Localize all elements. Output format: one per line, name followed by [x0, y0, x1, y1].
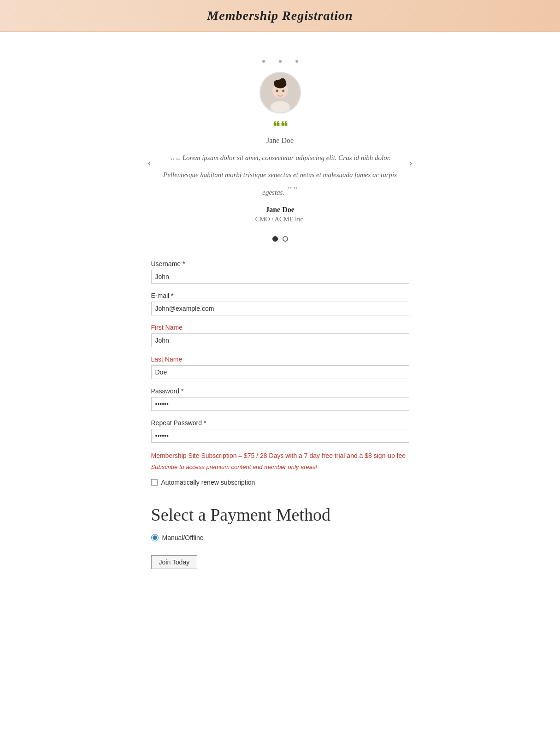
testimonial-author: Jane Doe	[160, 206, 400, 214]
close-quote-mark: ””	[286, 184, 297, 196]
page-header: Membership Registration	[0, 0, 560, 32]
repeat-password-group: Repeat Password *	[151, 419, 409, 443]
repeat-password-input[interactable]	[151, 429, 409, 443]
dot-2	[279, 60, 282, 63]
username-input[interactable]	[151, 270, 409, 284]
username-label: Username *	[151, 260, 409, 267]
testimonial-body: ““Lorem ipsum dolor sit amet, consectetu…	[160, 152, 400, 223]
pagination-dot-2[interactable]	[283, 236, 288, 242]
next-arrow[interactable]: ›	[400, 157, 422, 169]
dot-1	[262, 60, 265, 63]
lastname-group: Last Name	[151, 356, 409, 379]
decorative-dots	[119, 60, 442, 63]
page-title: Membership Registration	[0, 8, 560, 23]
repeat-password-label: Repeat Password *	[151, 419, 409, 427]
dot-3	[295, 60, 298, 63]
registration-form: Username * E-mail * First Name Last Name…	[142, 260, 419, 597]
membership-description: Membership Site Subscription – $75 / 28 …	[151, 451, 409, 461]
prev-arrow[interactable]: ‹	[138, 157, 160, 169]
auto-renew-checkbox[interactable]	[151, 479, 158, 486]
decorative-quote-icon: ❝❝	[119, 119, 442, 134]
membership-subtitle: Subscribe to access premium content and …	[151, 463, 409, 470]
payment-heading: Select a Payment Method	[151, 505, 409, 525]
email-input[interactable]	[151, 302, 409, 315]
lastname-input[interactable]	[151, 365, 409, 379]
firstname-input[interactable]	[151, 333, 409, 347]
testimonial-section: ❝❝ Jane Doe ‹ ““Lorem ipsum dolor sit am…	[119, 60, 442, 242]
email-label: E-mail *	[151, 292, 409, 299]
svg-point-7	[276, 89, 278, 92]
payment-option-row: Manual/Offline	[151, 534, 409, 541]
payment-radio-manual[interactable]	[151, 534, 159, 541]
avatar	[259, 72, 301, 113]
open-quote-mark: ““	[169, 155, 180, 166]
firstname-label: First Name	[151, 324, 409, 331]
auto-renew-label: Automatically renew subscription	[161, 479, 255, 486]
testimonial-name-display: Jane Doe	[119, 137, 442, 145]
svg-point-8	[282, 89, 284, 92]
testimonial-text: ““Lorem ipsum dolor sit amet, consectetu…	[160, 152, 400, 198]
testimonial-role: CMO / ACME Inc.	[160, 216, 400, 223]
submit-button[interactable]: Join Today	[151, 555, 198, 569]
testimonial-nav: ‹ ““Lorem ipsum dolor sit amet, consecte…	[119, 152, 442, 223]
password-group: Password *	[151, 387, 409, 411]
svg-point-1	[270, 101, 289, 113]
auto-renew-row: Automatically renew subscription	[151, 479, 409, 486]
pagination-dots	[119, 236, 442, 242]
firstname-group: First Name	[151, 324, 409, 347]
svg-point-6	[279, 78, 285, 84]
testimonial-quote-text: Lorem ipsum dolor sit amet, consectetur …	[163, 154, 397, 196]
lastname-label: Last Name	[151, 356, 409, 363]
email-group: E-mail *	[151, 292, 409, 315]
payment-radio-label: Manual/Offline	[162, 534, 204, 541]
username-group: Username *	[151, 260, 409, 284]
pagination-dot-1[interactable]	[272, 236, 278, 242]
password-input[interactable]	[151, 397, 409, 411]
password-label: Password *	[151, 387, 409, 395]
